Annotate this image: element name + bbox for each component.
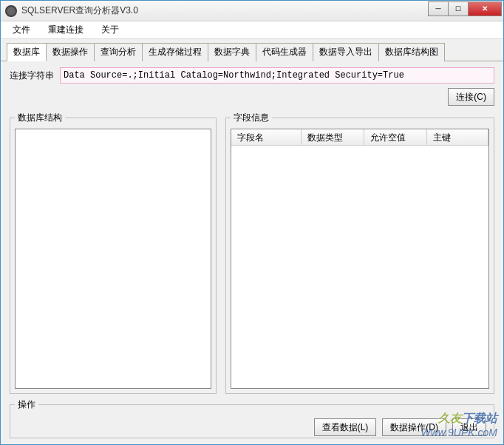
- connection-row: 连接字符串: [10, 67, 494, 84]
- view-data-button[interactable]: 查看数据(L): [314, 418, 377, 436]
- menubar: 文件 重建连接 关于: [1, 21, 503, 39]
- tab-query-analysis[interactable]: 查询分析: [94, 43, 143, 61]
- window-title: SQLSERVER查询分析器V3.0: [21, 4, 429, 17]
- tab-db-diagram[interactable]: 数据库结构图: [378, 43, 445, 61]
- connect-button[interactable]: 连接(C): [448, 88, 494, 106]
- col-allow-null[interactable]: 允许空值: [364, 129, 427, 145]
- field-table[interactable]: 字段名 数据类型 允许空值 主键: [231, 129, 489, 389]
- exit-button[interactable]: 退出: [452, 418, 486, 436]
- tabbar: 数据库 数据操作 查询分析 生成存储过程 数据字典 代码生成器 数据导入导出 数…: [1, 39, 503, 61]
- connection-string-input[interactable]: [60, 67, 494, 84]
- tab-data-ops[interactable]: 数据操作: [46, 43, 95, 61]
- connection-label: 连接字符串: [10, 69, 54, 82]
- connect-button-row: 连接(C): [10, 88, 494, 106]
- col-data-type[interactable]: 数据类型: [302, 129, 364, 145]
- db-structure-panel: 数据库结构: [10, 112, 217, 394]
- tab-gen-sproc[interactable]: 生成存储过程: [142, 43, 208, 61]
- titlebar[interactable]: SQLSERVER查询分析器V3.0: [1, 1, 503, 21]
- tab-import-export[interactable]: 数据导入导出: [313, 43, 379, 61]
- app-window: SQLSERVER查询分析器V3.0 文件 重建连接 关于 数据库 数据操作 查…: [0, 0, 504, 445]
- close-button[interactable]: [468, 1, 502, 16]
- content-area: 连接字符串 连接(C) 数据库结构 字段信息 字段名 数据类型 允许空值 主键: [1, 61, 503, 444]
- data-ops-button[interactable]: 数据操作(D): [382, 418, 446, 436]
- panels-row: 数据库结构 字段信息 字段名 数据类型 允许空值 主键: [10, 112, 494, 394]
- col-primary-key[interactable]: 主键: [427, 129, 488, 145]
- operations-panel: 操作 查看数据(L) 数据操作(D) 退出: [10, 398, 494, 438]
- field-table-header: 字段名 数据类型 允许空值 主键: [231, 129, 488, 146]
- operations-legend: 操作: [15, 398, 38, 411]
- operations-row: 查看数据(L) 数据操作(D) 退出: [15, 415, 489, 436]
- db-structure-listbox[interactable]: [15, 129, 211, 389]
- db-structure-legend: 数据库结构: [15, 112, 65, 124]
- menu-reconnect[interactable]: 重建连接: [41, 22, 91, 38]
- app-icon: [5, 5, 17, 17]
- menu-file[interactable]: 文件: [5, 22, 38, 38]
- menu-about[interactable]: 关于: [94, 22, 126, 38]
- window-controls: [429, 1, 502, 16]
- maximize-button[interactable]: [448, 1, 469, 16]
- minimize-button[interactable]: [428, 1, 449, 16]
- tab-data-dict[interactable]: 数据字典: [208, 43, 256, 61]
- field-info-legend: 字段信息: [231, 112, 272, 124]
- tab-database[interactable]: 数据库: [7, 43, 47, 61]
- col-field-name[interactable]: 字段名: [231, 129, 302, 145]
- tab-code-gen[interactable]: 代码生成器: [256, 43, 313, 61]
- field-info-panel: 字段信息 字段名 数据类型 允许空值 主键: [225, 112, 494, 394]
